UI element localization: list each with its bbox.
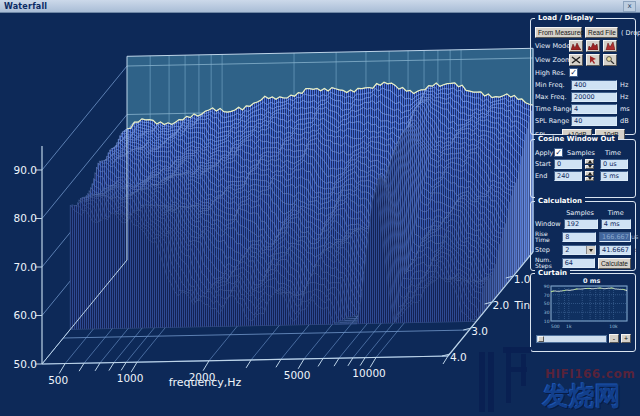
- svg-text:frequency,Hz: frequency,Hz: [169, 376, 242, 389]
- svg-text:1.0: 1.0: [514, 273, 531, 285]
- calc-step-label: Step: [535, 246, 559, 254]
- svg-text:10: 10: [544, 319, 550, 324]
- min-freq-label: Min Freq.: [535, 81, 568, 89]
- calculation-group: Calculation Samples Time Window 192 4 ms…: [530, 201, 636, 271]
- svg-text:10000: 10000: [352, 367, 385, 379]
- svg-text:70.0: 70.0: [14, 261, 37, 273]
- curtain-slider[interactable]: [536, 335, 607, 343]
- max-freq-label: Max Freq.: [535, 93, 568, 101]
- cw-time-header: Time: [605, 149, 621, 157]
- calc-num-steps-input[interactable]: 64: [562, 258, 595, 268]
- load-display-group: Load / Display From Measured Read File (…: [530, 18, 636, 135]
- time-range-input[interactable]: 4: [571, 104, 617, 114]
- curtain-plus-button[interactable]: +: [621, 334, 631, 343]
- calc-step-time: 41.6667 us: [599, 245, 631, 255]
- read-file-button[interactable]: Read File: [585, 27, 618, 38]
- svg-text:90.0: 90.0: [14, 164, 37, 176]
- from-measured-button[interactable]: From Measured: [535, 27, 582, 38]
- spl-range-label: SPL Range: [535, 117, 568, 125]
- calc-num-steps-label: Num. Steps: [535, 257, 559, 269]
- spl-range-input[interactable]: 40: [571, 116, 617, 126]
- min-freq-unit: Hz: [620, 81, 628, 89]
- curtain-mini-chart: 90705030105001k10k: [539, 284, 635, 331]
- calc-rise-time-input[interactable]: 8: [562, 232, 596, 242]
- close-icon[interactable]: x: [623, 1, 636, 12]
- cw-start-spinner[interactable]: [585, 159, 594, 169]
- high-res-checkbox[interactable]: ✓: [569, 68, 578, 77]
- min-freq-input[interactable]: 400: [571, 80, 617, 90]
- calculate-button[interactable]: Calculate: [598, 258, 631, 269]
- svg-text:50: 50: [544, 301, 550, 306]
- load-display-title: Load / Display: [535, 14, 596, 22]
- view-mode-label: View Mode: [535, 42, 566, 50]
- max-freq-input[interactable]: 20000: [571, 92, 617, 102]
- zoom-select-icon[interactable]: [586, 54, 600, 66]
- cw-start-input[interactable]: 0: [554, 159, 582, 169]
- svg-text:70: 70: [544, 293, 550, 298]
- window-title: Waterfall: [4, 2, 47, 11]
- calc-window-label: Window: [535, 220, 561, 228]
- curtain-title: Curtain: [535, 269, 570, 277]
- cw-end-input[interactable]: 240: [554, 171, 582, 181]
- svg-text:500: 500: [551, 324, 560, 329]
- svg-text:2.0: 2.0: [493, 299, 510, 311]
- waterfall-window: { "window": { "title": "Waterfall", "clo…: [0, 0, 640, 416]
- spin-up-icon[interactable]: [585, 171, 594, 176]
- cw-start-label: Start: [535, 160, 551, 168]
- cw-start-time: 0 us: [600, 159, 628, 169]
- cw-end-label: End: [535, 172, 551, 180]
- spl-range-unit: dB: [620, 117, 629, 125]
- calc-rise-time-label: Rise Time: [535, 231, 559, 243]
- cw-end-time: 5 ms: [600, 171, 628, 181]
- calc-window-time: 4 ms: [601, 219, 631, 229]
- spin-down-icon[interactable]: [585, 177, 594, 182]
- title-bar[interactable]: Waterfall x: [0, 0, 640, 13]
- curtain-minus-button[interactable]: -: [609, 334, 619, 343]
- svg-text:80.0: 80.0: [14, 212, 37, 224]
- zoom-magnifier-icon[interactable]: [603, 54, 617, 66]
- calc-samples-header: Samples: [563, 209, 597, 217]
- view-mode-rotated-icon[interactable]: [603, 40, 617, 52]
- svg-text:1000: 1000: [117, 372, 144, 384]
- svg-text:5000: 5000: [284, 369, 311, 381]
- apply-checkbox[interactable]: ✓: [554, 148, 563, 157]
- control-panel: Load / Display From Measured Read File (…: [529, 15, 638, 353]
- time-range-label: Time Range: [535, 105, 568, 113]
- calc-step-select[interactable]: 2: [562, 245, 596, 255]
- svg-text:4.0: 4.0: [450, 351, 467, 363]
- time-range-unit: ms: [620, 105, 630, 113]
- svg-text:10k: 10k: [609, 324, 618, 329]
- drop-label: ( Drop ): [621, 29, 640, 37]
- dropdown-arrow-icon[interactable]: [586, 246, 595, 254]
- svg-text:30: 30: [544, 310, 550, 315]
- calculation-title: Calculation: [535, 197, 585, 205]
- calc-rise-time-value: 166.667 us: [599, 232, 631, 242]
- max-freq-unit: Hz: [620, 93, 628, 101]
- curtain-group: Curtain 0 ms 90705030105001k10k - +: [530, 273, 636, 352]
- zoom-reset-icon[interactable]: [569, 54, 583, 66]
- view-mode-waterfall-icon[interactable]: [569, 40, 583, 52]
- svg-text:1k: 1k: [566, 324, 572, 329]
- svg-text:90: 90: [544, 284, 550, 289]
- curtain-slider-thumb[interactable]: [538, 336, 544, 342]
- cosine-window-group: Cosine Window Out Apply ✓ Samples Time S…: [530, 139, 636, 198]
- svg-text:3.0: 3.0: [471, 325, 488, 337]
- high-res-label: High Res.: [535, 69, 566, 77]
- apply-label: Apply: [535, 149, 551, 157]
- calc-window-input[interactable]: 192: [564, 219, 598, 229]
- spin-down-icon[interactable]: [585, 165, 594, 170]
- cw-samples-header: Samples: [566, 149, 596, 157]
- svg-text:500: 500: [48, 374, 68, 386]
- calc-time-header: Time: [600, 209, 631, 217]
- cw-end-spinner[interactable]: [585, 171, 594, 181]
- view-mode-surface-icon[interactable]: [586, 40, 600, 52]
- spin-up-icon[interactable]: [585, 159, 594, 164]
- cosine-window-title: Cosine Window Out: [535, 135, 618, 143]
- svg-text:50.0: 50.0: [14, 358, 37, 370]
- view-zoom-label: View Zoom: [535, 56, 566, 64]
- svg-text:60.0: 60.0: [14, 309, 37, 321]
- svg-text:Tin: Tin: [514, 299, 531, 311]
